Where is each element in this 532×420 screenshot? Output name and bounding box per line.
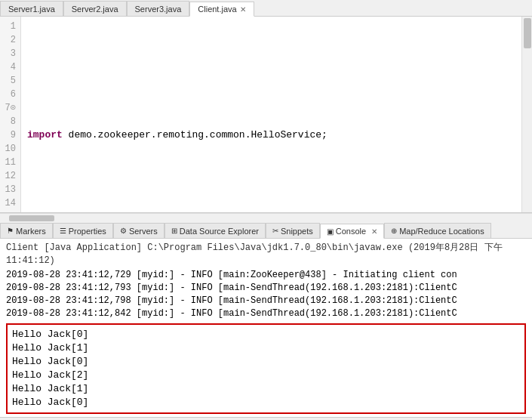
- tab-datasource-label: Data Source Explorer: [180, 227, 259, 236]
- tab-client-close-icon[interactable]: ✕: [240, 5, 246, 14]
- editor-scrollbar-thumb: [524, 18, 531, 48]
- output-box: Hello Jack[0] Hello Jack[1] Hello Jack[0…: [6, 323, 526, 414]
- tab-markers-label: Markers: [16, 227, 46, 236]
- code-text[interactable]: import demo.zookeeper.remoting.common.He…: [21, 17, 532, 212]
- tab-markers[interactable]: ⚑ Markers: [0, 223, 53, 238]
- log-line-3: 2019-08-28 23:41:12,842 [myid:] - INFO […: [6, 307, 526, 320]
- output-line-2: Hello Jack[0]: [12, 355, 520, 369]
- console-icon: ▣: [327, 227, 334, 236]
- tab-mapreduce-label: Map/Reduce Locations: [399, 227, 484, 236]
- console-header: Client [Java Application] C:\Program Fil…: [6, 242, 526, 267]
- tab-server3-label: Server3.java: [135, 5, 182, 14]
- tab-console-label: Console: [336, 227, 366, 236]
- tab-snippets-label: Snippets: [281, 227, 313, 236]
- properties-icon: ☰: [60, 227, 66, 235]
- panel-tabs: ⚑ Markers ☰ Properties ⚙ Servers ⊞ Data …: [0, 222, 532, 239]
- log-line-1: 2019-08-28 23:41:12,793 [myid:] - INFO […: [6, 282, 526, 295]
- h-scrollbar-thumb: [9, 215, 54, 221]
- code-editor: 1 2 3 4 5 6 7⊙ 8 9 10 11 12 13 14 import…: [0, 17, 532, 213]
- tab-server1-label: Server1.java: [8, 5, 55, 14]
- tab-server1[interactable]: Server1.java: [0, 1, 63, 16]
- log-line-0: 2019-08-28 23:41:12,729 [myid:] - INFO […: [6, 269, 526, 282]
- editor-tabs: Server1.java Server2.java Server3.java C…: [0, 0, 532, 17]
- output-line-3: Hello Jack[2]: [12, 369, 520, 382]
- status-bar: https://blog.csdn.net/jintaohahahaha: [0, 417, 532, 420]
- markers-icon: ⚑: [7, 227, 14, 235]
- line-numbers: 1 2 3 4 5 6 7⊙ 8 9 10 11 12 13 14: [0, 17, 21, 212]
- log-line-2: 2019-08-28 23:41:12,798 [myid:] - INFO […: [6, 295, 526, 307]
- tab-datasource[interactable]: ⊞ Data Source Explorer: [165, 223, 266, 238]
- tab-client[interactable]: Client.java ✕: [189, 2, 254, 17]
- output-line-4: Hello Jack[1]: [12, 382, 520, 396]
- tab-console[interactable]: ▣ Console ✕: [320, 224, 384, 239]
- servers-icon: ⚙: [120, 227, 127, 235]
- tab-server3[interactable]: Server3.java: [127, 1, 190, 16]
- tab-client-label: Client.java: [198, 5, 236, 14]
- output-line-5: Hello Jack[0]: [12, 396, 520, 409]
- console-area: Client [Java Application] C:\Program Fil…: [0, 239, 532, 320]
- bottom-panel: ⚑ Markers ☰ Properties ⚙ Servers ⊞ Data …: [0, 222, 532, 417]
- tab-server2[interactable]: Server2.java: [63, 1, 127, 16]
- output-line-0: Hello Jack[0]: [12, 328, 520, 341]
- datasource-icon: ⊞: [171, 227, 177, 235]
- console-tab-close-icon[interactable]: ✕: [371, 227, 377, 236]
- h-scrollbar[interactable]: [0, 213, 532, 222]
- tab-properties[interactable]: ☰ Properties: [53, 223, 113, 238]
- console-scroll-area: Client [Java Application] C:\Program Fil…: [0, 239, 532, 417]
- tab-mapreduce[interactable]: ⊕ Map/Reduce Locations: [384, 223, 491, 238]
- tab-servers-label: Servers: [129, 227, 158, 236]
- tab-properties-label: Properties: [69, 227, 106, 236]
- tab-servers[interactable]: ⚙ Servers: [113, 223, 165, 238]
- snippets-icon: ✂: [272, 227, 278, 235]
- editor-scrollbar[interactable]: [521, 17, 532, 212]
- tab-snippets[interactable]: ✂ Snippets: [266, 223, 320, 238]
- tab-server2-label: Server2.java: [72, 5, 118, 14]
- output-line-1: Hello Jack[1]: [12, 341, 520, 355]
- mapreduce-icon: ⊕: [391, 227, 397, 235]
